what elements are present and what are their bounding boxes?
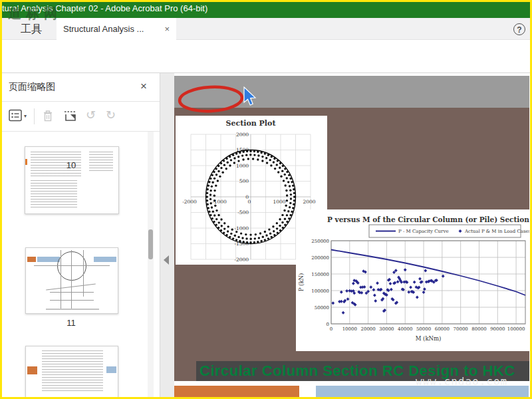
svg-text:P (kN): P (kN) [298, 273, 305, 292]
thumbnail-blue-chip [94, 257, 116, 262]
svg-text:-2000: -2000 [234, 257, 249, 263]
svg-text:100000: 100000 [311, 289, 329, 294]
svg-text:30000: 30000 [379, 327, 394, 332]
thumbnails-toolbar: ▾ ↺ ↻ [2, 102, 160, 131]
collapse-panel-icon[interactable] [164, 255, 169, 265]
mouse-cursor-icon [243, 86, 257, 108]
svg-text:200000: 200000 [311, 255, 329, 261]
svg-text:150000: 150000 [311, 272, 329, 277]
sidebar-scrollbar[interactable] [148, 132, 154, 397]
trash-icon [42, 109, 54, 122]
thumbnail-page-11[interactable] [25, 247, 118, 314]
svg-text:250000: 250000 [311, 239, 329, 244]
svg-text:P versus M of the Circular Col: P versus M of the Circular Column (or Pi… [327, 215, 529, 223]
document-view: -2000-1000010002000-2000-1500-1000-50005… [174, 73, 529, 397]
svg-text:Section Plot: Section Plot [226, 119, 277, 128]
svg-text:80000: 80000 [471, 327, 486, 332]
svg-text:60000: 60000 [435, 327, 450, 332]
thumbnail-page-number[interactable]: 10 [25, 160, 118, 170]
thumbnail-text-lines [31, 180, 77, 208]
svg-text:50000: 50000 [315, 305, 329, 311]
svg-text:-1000: -1000 [234, 225, 249, 231]
svg-text:2000: 2000 [303, 199, 315, 205]
site-watermark-top: 道标网 [8, 5, 62, 23]
rotate-ccw-icon[interactable]: ↺ [86, 108, 96, 122]
diagram-line [50, 292, 94, 293]
tab-document-label: Structural Analysis ... [63, 18, 144, 40]
close-panel-icon[interactable]: × [137, 80, 150, 93]
insert-page-button[interactable] [63, 109, 78, 122]
svg-text:90000: 90000 [490, 327, 505, 332]
thumbnail-circle-diagram [57, 251, 86, 281]
svg-text:-500: -500 [237, 209, 249, 215]
thumbnail-orange-chip [27, 257, 36, 262]
thumbnail-blue-chip [106, 366, 116, 373]
svg-text:0: 0 [327, 322, 329, 327]
split-page-icon [63, 109, 78, 122]
diagram-line [34, 265, 110, 266]
thumbnail-page-12[interactable] [25, 346, 118, 397]
diagram-line [50, 300, 94, 301]
svg-text:0: 0 [245, 194, 249, 200]
next-page-orange-bar [174, 386, 299, 397]
rotate-cw-icon[interactable]: ↻ [106, 108, 116, 122]
tab-document[interactable]: Structural Analysis ... × [57, 18, 176, 40]
svg-text:2000: 2000 [236, 132, 249, 138]
svg-text:10000: 10000 [342, 327, 357, 332]
panel-splitter[interactable] [160, 73, 174, 397]
svg-text:500: 500 [239, 178, 249, 184]
svg-text:100000: 100000 [507, 327, 525, 332]
thumbnails-panel: 页面缩略图 × ▾ ↺ [2, 73, 160, 397]
help-icon[interactable]: ? [513, 23, 525, 35]
caption-line [46, 309, 99, 310]
svg-text:Actual P & M in Load Cases: Actual P & M in Load Cases [464, 229, 529, 234]
main-toolbar: ☆ / 32 [0, 40, 532, 73]
svg-text:1000: 1000 [273, 199, 285, 205]
thumbnail-page-number[interactable]: 11 [25, 318, 117, 328]
svg-text:70000: 70000 [454, 327, 468, 332]
thumbnail-orange-chip [27, 366, 37, 374]
thumbnail-options-button[interactable] [9, 109, 22, 122]
thumbnail-text-lines [42, 350, 103, 393]
svg-text:40000: 40000 [398, 327, 412, 332]
window-titlebar: tural Analysis Chapter 02 - Adobe Acroba… [0, 0, 532, 18]
site-watermark-bottom: www.cndao.com [416, 375, 507, 388]
svg-text:50000: 50000 [416, 327, 431, 332]
p-versus-m-chart: 0100002000030000400005000060000700008000… [296, 209, 529, 351]
toolbar-separator [34, 108, 35, 124]
chevron-down-icon[interactable]: ▾ [24, 113, 27, 119]
delete-page-button[interactable] [42, 109, 54, 122]
svg-text:M (kNm): M (kNm) [416, 335, 442, 342]
thumbnail-blue-chip [37, 257, 60, 262]
svg-text:20000: 20000 [360, 327, 375, 332]
svg-text:P - M Capacity Curve: P - M Capacity Curve [398, 229, 449, 234]
thumbnail-page-10[interactable] [25, 146, 119, 214]
panel-title: 页面缩略图 [9, 81, 55, 93]
close-tab-icon[interactable]: × [164, 18, 170, 40]
svg-text:0: 0 [330, 327, 332, 332]
divider-line [2, 131, 160, 132]
red-circle-annotation [176, 84, 247, 114]
tab-bar: 工具 Structural Analysis ... × ? [0, 18, 532, 40]
diagram-line [83, 250, 84, 297]
svg-text:-2000: -2000 [182, 199, 197, 205]
options-list-icon [9, 109, 22, 122]
scrollbar-thumb[interactable] [148, 229, 153, 259]
svg-text:1000: 1000 [236, 163, 249, 169]
